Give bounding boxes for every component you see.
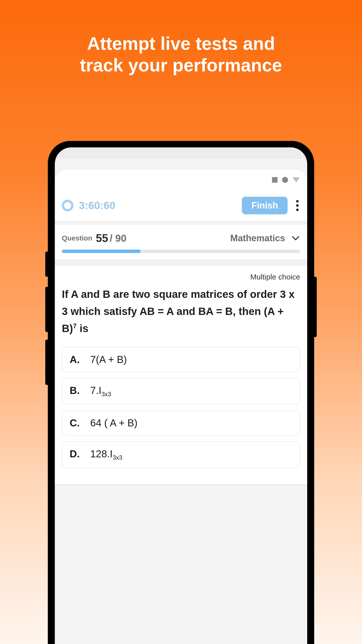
marketing-headline: Attempt live tests and track your perfor… [0,0,362,76]
option-d[interactable]: D.128.I3x3 [62,441,300,468]
progress-fill [62,250,141,253]
kebab-menu-icon[interactable] [295,198,300,213]
question-current: 55 [96,232,108,245]
option-c[interactable]: C.64 ( A + B) [62,411,300,435]
option-letter: B. [70,385,81,396]
timer-bar: 3:60:60 Finish [55,190,307,221]
option-text: 7(A + B) [90,354,127,365]
question-type-label: Multiple choice [62,273,300,281]
phone-mock: 3:60:60 Finish Question 55 / 90 Mathemat… [48,141,314,644]
question-text: If A and B are two square matrices of or… [62,286,300,337]
marketing-line-1: Attempt live tests and [0,33,362,54]
finish-button[interactable]: Finish [242,197,288,214]
option-text: 7.I3x3 [90,385,111,398]
option-letter: D. [70,448,81,460]
status-icon-triangle [293,177,300,182]
question-progress-header: Question 55 / 90 Mathematics [55,225,307,259]
question-total: / 90 [110,233,126,244]
timer-icon [62,200,73,211]
option-letter: C. [70,417,81,429]
marketing-line-2: track your performance [0,54,362,76]
chevron-down-icon[interactable] [291,234,300,243]
question-card: Multiple choice If A and B are two squar… [55,266,307,484]
subject-dropdown-label[interactable]: Mathematics [230,233,285,244]
status-icon-circle [282,177,288,183]
option-letter: A. [70,354,81,365]
status-icon-square [272,177,278,183]
option-text: 64 ( A + B) [90,417,138,429]
option-b[interactable]: B.7.I3x3 [62,378,300,405]
timer-value: 3:60:60 [79,199,115,212]
option-a[interactable]: A.7(A + B) [62,347,300,372]
question-label: Question [62,234,92,242]
status-bar [55,170,307,190]
progress-bar [62,250,300,253]
option-text: 128.I3x3 [90,448,122,461]
